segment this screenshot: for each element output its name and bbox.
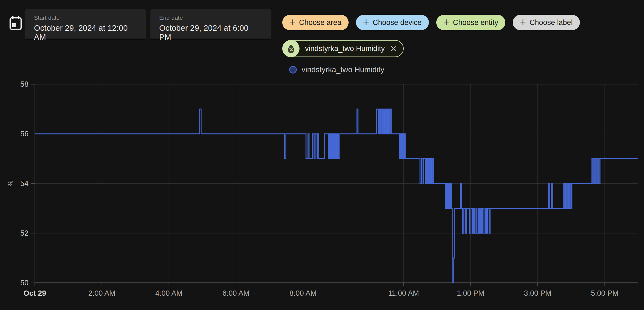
chart-x-tick-label: 11:00 AM <box>388 289 419 297</box>
chart-x-tick-label: 4:00 AM <box>155 289 183 297</box>
chart-x-tick-label: 6:00 AM <box>222 289 249 297</box>
humidity-series-line[interactable] <box>35 109 638 283</box>
chart-x-tick-label: 3:00 PM <box>524 289 552 297</box>
chart-y-tick-label: 52 <box>20 229 29 237</box>
chart-x-tick-label: 8:00 AM <box>289 289 317 297</box>
chart-y-tick-label: 58 <box>20 80 29 88</box>
chart-y-tick-label: 56 <box>20 130 29 138</box>
chart-x-tick-label: Oct 29 <box>24 289 46 297</box>
chart-y-axis-unit-label: % <box>7 181 14 186</box>
chart-x-tick-label: 1:00 PM <box>457 289 485 297</box>
history-page: Start date October 29, 2024 at 12:00 AM … <box>0 0 644 310</box>
chart-x-tick-label: 5:00 PM <box>591 289 619 297</box>
chart-y-tick-label: 50 <box>20 279 29 287</box>
chart-x-tick-label: 2:00 AM <box>88 289 115 297</box>
humidity-history-chart[interactable]: Oct 292:00 AM4:00 AM6:00 AM8:00 AM11:00 … <box>0 0 644 310</box>
chart-y-tick-label: 54 <box>20 179 29 188</box>
